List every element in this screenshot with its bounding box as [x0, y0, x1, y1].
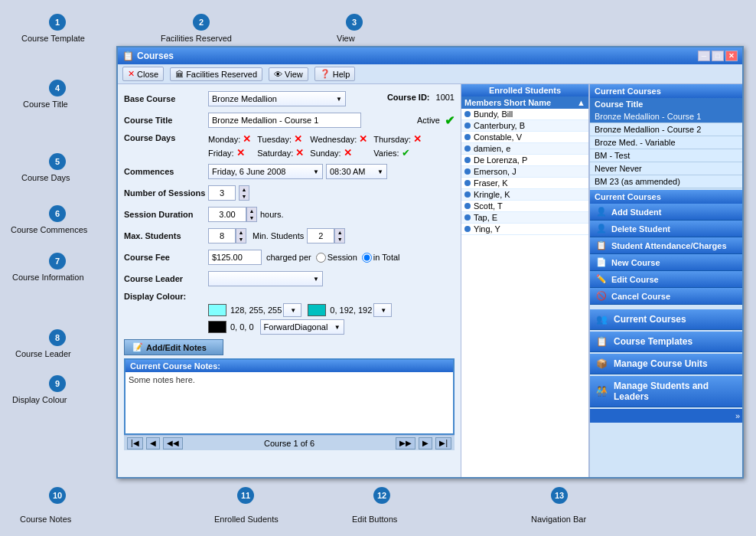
- add-student-button[interactable]: 👤 Add Student: [590, 204, 742, 221]
- min-students-label: Min. Students: [253, 231, 304, 240]
- sessions-input[interactable]: [208, 185, 236, 201]
- close-button[interactable]: ✕: [725, 51, 738, 61]
- course-item-1[interactable]: Bronze Medallion - Course 2: [590, 123, 742, 136]
- enrolled-item-7[interactable]: Kringle, K: [461, 189, 588, 201]
- max-students-spinner[interactable]: ▲ ▼: [236, 228, 246, 243]
- nav-last-button[interactable]: ▶|: [435, 437, 451, 449]
- annotation-label-10: Course Notes: [20, 515, 71, 524]
- colour2-swatch[interactable]: [308, 304, 326, 316]
- duration-spinner[interactable]: ▲ ▼: [246, 207, 257, 222]
- duration-input[interactable]: [208, 207, 246, 222]
- window-title-text: Courses: [137, 51, 174, 61]
- minimize-button[interactable]: ─: [698, 51, 710, 61]
- annotation-4: 4: [49, 80, 66, 96]
- course-item-3[interactable]: BM - Test: [590, 149, 742, 162]
- nav-prev-button[interactable]: ◀: [146, 437, 160, 449]
- nav-next-step-button[interactable]: ▶▶: [396, 437, 415, 449]
- edit-course-button[interactable]: ✏️ Edit Course: [590, 271, 742, 288]
- sessions-spinner[interactable]: ▲ ▼: [239, 185, 249, 201]
- enrolled-dot: [464, 111, 471, 117]
- min-down[interactable]: ▼: [335, 236, 344, 243]
- colour3-swatch[interactable]: [208, 321, 226, 333]
- colour1-swatch[interactable]: [208, 304, 226, 316]
- session-radio[interactable]: [316, 253, 326, 263]
- nav-prev-step-button[interactable]: ◀◀: [163, 437, 183, 449]
- min-students-spinner[interactable]: ▲ ▼: [334, 228, 345, 243]
- courses-section-title: Current Courses: [590, 84, 742, 98]
- enrolled-item-0[interactable]: Bundy, Bill: [461, 109, 588, 120]
- sessions-down[interactable]: ▼: [240, 193, 249, 200]
- facilities-button[interactable]: 🏛 Facilities Reserved: [170, 67, 262, 81]
- course-item-2[interactable]: Broze Med. - Variable: [590, 136, 742, 149]
- max-up[interactable]: ▲: [236, 229, 246, 236]
- fee-label: Course Fee: [124, 253, 208, 262]
- annotation-12: 12: [373, 487, 390, 504]
- pattern-select[interactable]: ForwardDiagonal ▼: [260, 319, 344, 335]
- max-students-input[interactable]: [208, 228, 236, 243]
- add-edit-notes-button[interactable]: 📝 Add/Edit Notes: [124, 339, 223, 355]
- course-templates-nav-button[interactable]: 📋 Course Templates: [590, 332, 742, 352]
- active-check: ✔: [445, 113, 455, 128]
- manage-students-nav-button[interactable]: 🧑‍🤝‍🧑 Manage Students and Leaders: [590, 376, 742, 407]
- course-item-5[interactable]: BM 23 (as ammended): [590, 175, 742, 188]
- colour-row: Display Colour: 128, 255, 255 ▼ 0, 192, …: [124, 292, 455, 335]
- enrolled-item-5[interactable]: Emerson, J: [461, 166, 588, 178]
- help-button[interactable]: ❓ Help: [314, 67, 356, 81]
- maximize-button[interactable]: □: [712, 51, 724, 61]
- notes-panel: Current Course Notes: Some notes here.: [124, 358, 455, 435]
- fee-input-group: charged per Session in Total: [208, 250, 400, 265]
- course-title-input[interactable]: [208, 113, 361, 128]
- course-item-4[interactable]: Never Never: [590, 162, 742, 175]
- sessions-up[interactable]: ▲: [240, 186, 249, 193]
- base-course-select[interactable]: Bronze Medallion ▼: [208, 91, 346, 106]
- leader-label: Course Leader: [124, 274, 208, 283]
- enrolled-item-10[interactable]: Ying, Y: [461, 224, 588, 235]
- duration-down[interactable]: ▼: [247, 214, 256, 221]
- manage-units-nav-button[interactable]: 📦 Manage Course Units: [590, 354, 742, 374]
- nav-first-button[interactable]: |◀: [127, 437, 143, 449]
- new-course-button[interactable]: 📄 New Course: [590, 254, 742, 271]
- enrolled-item-3[interactable]: damien, e: [461, 143, 588, 155]
- min-up[interactable]: ▲: [335, 229, 344, 236]
- commences-time-select[interactable]: 08:30 AM ▼: [326, 164, 387, 179]
- annotation-label-7: Course Information: [12, 273, 84, 282]
- enrolled-item-4[interactable]: De Lorenza, P: [461, 155, 588, 166]
- total-radio-label[interactable]: in Total: [362, 253, 400, 263]
- max-down[interactable]: ▼: [236, 236, 246, 243]
- sunday-item: Sunday: ✕: [310, 147, 367, 159]
- enrolled-title: Enrolled Students: [461, 84, 588, 96]
- view-button[interactable]: 👁 View: [269, 67, 308, 81]
- facilities-icon: 🏛: [175, 70, 184, 79]
- enrolled-item-8[interactable]: Scott, T: [461, 201, 588, 212]
- delete-student-button[interactable]: 👤 Delete Student: [590, 221, 742, 237]
- session-radio-label[interactable]: Session: [316, 253, 357, 263]
- attendance-button[interactable]: 📋 Student Attendance/Charges: [590, 237, 742, 254]
- notes-content[interactable]: Some notes here.: [125, 372, 453, 433]
- commences-date-select[interactable]: Friday, 6 June 2008 ▼: [208, 164, 323, 179]
- annotation-9: 9: [49, 375, 66, 392]
- colour1-select[interactable]: ▼: [283, 303, 301, 317]
- saturday-mark: ✕: [295, 147, 304, 159]
- enrolled-item-2[interactable]: Constable, V: [461, 132, 588, 143]
- leader-select[interactable]: ▼: [208, 271, 323, 286]
- fee-input[interactable]: [208, 250, 262, 265]
- enrolled-item-6[interactable]: Fraser, K: [461, 178, 588, 189]
- total-radio[interactable]: [362, 253, 372, 263]
- colour2-select[interactable]: ▼: [373, 303, 392, 317]
- nav-bar: |◀ ◀ ◀◀ Course 1 of 6 ▶▶ ▶ ▶|: [124, 435, 455, 450]
- course-item-0[interactable]: Bronze Medallion - Course 1: [590, 110, 742, 123]
- annotation-label-11: Enrolled Sudents: [214, 515, 279, 524]
- attendance-icon: 📋: [596, 240, 607, 250]
- nav-next-button[interactable]: ▶: [419, 437, 432, 449]
- duration-up[interactable]: ▲: [247, 208, 256, 214]
- expand-icon[interactable]: »: [735, 411, 740, 420]
- enrolled-item-1[interactable]: Canterbury, B: [461, 120, 588, 132]
- current-courses-nav-button[interactable]: 👥 Current Courses: [590, 309, 742, 330]
- min-students-input[interactable]: [307, 228, 334, 243]
- enrolled-item-9[interactable]: Tap, E: [461, 212, 588, 224]
- annotation-1: 1: [49, 14, 66, 31]
- wednesday-label: Wednesday:: [310, 135, 357, 144]
- tuesday-mark: ✕: [294, 133, 302, 145]
- cancel-course-button[interactable]: 🚫 Cancel Course: [590, 288, 742, 305]
- close-toolbar-button[interactable]: ✕ Close: [122, 67, 164, 81]
